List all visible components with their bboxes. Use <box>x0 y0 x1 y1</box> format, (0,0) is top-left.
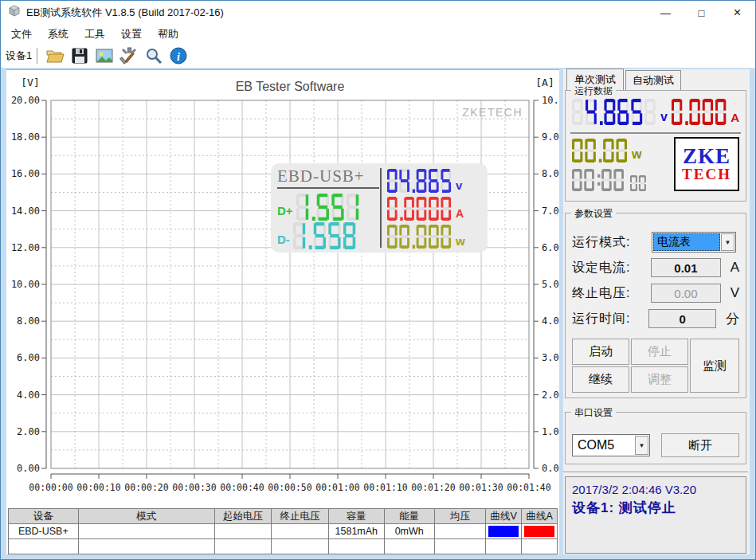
svg-text:8.00: 8.00 <box>17 315 40 327</box>
svg-text:10.00: 10.00 <box>11 279 40 290</box>
cutoff-voltage-unit: V <box>731 285 739 301</box>
svg-text:[V]: [V] <box>21 76 39 88</box>
open-file-icon[interactable] <box>44 45 65 66</box>
svg-text:00:00:00: 00:00:00 <box>29 482 72 493</box>
chart-area: 20.0018.0016.0014.0012.0010.008.006.004.… <box>6 70 559 497</box>
run-data-group-label: 运行数据 <box>571 84 616 98</box>
title-bar: EB测试系统软件 V1.8.5 (Build 2017-02-16) — □ × <box>1 1 755 25</box>
image-export-icon[interactable] <box>93 45 115 66</box>
svg-text:ZKETECH: ZKETECH <box>462 106 523 119</box>
svg-text:10.00: 10.00 <box>542 95 559 106</box>
run-voltage-lcd <box>586 99 644 125</box>
zoom-icon[interactable] <box>143 45 164 66</box>
tab-auto-test[interactable]: 自动测试 <box>625 70 681 91</box>
serial-group: 串口设置 COM5 ▼ 断开 <box>565 412 746 464</box>
params-group: 参数设置 运行模式: 电流表 ▼ 设定电流: 0.01 A 终止电压: 0.00 <box>565 213 746 398</box>
table-row: EBD-USB+ 1581mAh 0mWh <box>9 524 558 539</box>
menu-file[interactable]: 文件 <box>3 25 40 43</box>
svg-text:4.00: 4.00 <box>17 390 40 401</box>
overlay-current-unit: A <box>456 207 464 220</box>
menu-system[interactable]: 系统 <box>40 25 76 43</box>
run-time-label: 运行时间: <box>572 311 648 327</box>
dminus-value-lcd <box>293 222 358 249</box>
run-power-lcd <box>572 139 629 163</box>
cell-curve-a-color[interactable] <box>522 524 558 539</box>
disconnect-button[interactable]: 断开 <box>661 433 739 457</box>
com-port-select[interactable]: COM5 ▼ <box>572 434 650 456</box>
status-message: 设备1: 测试停止 <box>572 499 739 518</box>
overlay-voltage-lcd <box>387 169 453 193</box>
menu-help[interactable]: 帮助 <box>150 25 186 43</box>
svg-text:16.00: 16.00 <box>11 168 40 179</box>
svg-text:12.00: 12.00 <box>11 242 40 253</box>
app-icon <box>8 5 21 21</box>
info-icon[interactable]: i <box>167 45 189 66</box>
run-mode-select[interactable]: 电流表 ▼ <box>652 232 736 253</box>
menu-tools[interactable]: 工具 <box>76 25 113 43</box>
continue-button[interactable]: 继续 <box>572 366 629 393</box>
cutoff-voltage-input[interactable]: 0.00 <box>651 284 720 303</box>
run-time-unit: 分 <box>726 310 739 328</box>
col-end-voltage: 终止电压 <box>272 509 329 524</box>
svg-text:6.00: 6.00 <box>17 352 40 363</box>
chevron-down-icon[interactable]: ▼ <box>635 436 648 455</box>
run-voltage-unit: v <box>660 110 668 124</box>
svg-text:9.00: 9.00 <box>542 131 559 143</box>
set-current-unit: A <box>731 260 739 276</box>
start-button[interactable]: 启动 <box>572 339 629 365</box>
maximize-button[interactable]: □ <box>684 1 719 25</box>
serial-group-label: 串口设置 <box>571 406 616 420</box>
run-time-seconds-lcd <box>630 175 648 191</box>
stop-button[interactable]: 停止 <box>631 339 688 365</box>
action-buttons: 启动 停止 监测 继续 调整 <box>572 339 739 393</box>
run-current-unit: A <box>731 111 739 124</box>
chevron-down-icon[interactable]: ▼ <box>721 233 734 251</box>
svg-text:00:01:40: 00:01:40 <box>507 482 550 493</box>
svg-text:14.00: 14.00 <box>11 206 40 217</box>
svg-text:00:00:50: 00:00:50 <box>268 482 311 493</box>
svg-text:00:00:10: 00:00:10 <box>76 482 120 493</box>
device-tab-label[interactable]: 设备1 <box>6 49 32 63</box>
adjust-button[interactable]: 调整 <box>631 366 688 393</box>
col-capacity: 容量 <box>328 509 384 524</box>
col-curve-v: 曲线V <box>486 509 522 524</box>
cell-curve-v-color[interactable] <box>486 524 522 539</box>
toolbar: 设备1 i <box>1 43 755 68</box>
overlay-current-lcd <box>387 197 453 221</box>
cell-mode <box>78 524 214 539</box>
run-time-lcd <box>572 169 626 191</box>
overlay-device-name: EBD-USB+ <box>277 166 379 189</box>
svg-text:6.00: 6.00 <box>542 242 559 253</box>
save-icon[interactable] <box>69 45 90 66</box>
cutoff-voltage-label: 终止电压: <box>572 285 651 302</box>
run-data-divider <box>570 132 741 134</box>
svg-text:0.00: 0.00 <box>17 463 40 474</box>
menu-bar: 文件 系统 工具 设置 帮助 <box>1 25 755 43</box>
cell-start-voltage <box>214 524 272 539</box>
tools-icon[interactable] <box>118 45 139 66</box>
svg-text:8.00: 8.00 <box>542 168 559 179</box>
run-time-input[interactable]: 0 <box>648 309 716 328</box>
control-panel: 单次测试 自动测试 运行数据 v A w <box>563 69 750 554</box>
svg-text:3.00: 3.00 <box>542 352 559 363</box>
svg-text:[A]: [A] <box>535 76 554 88</box>
set-current-input[interactable]: 0.01 <box>651 258 720 277</box>
col-mode: 模式 <box>78 509 214 524</box>
window-title: EB测试系统软件 V1.8.5 (Build 2017-02-16) <box>26 6 224 20</box>
client-area: 20.0018.0016.0014.0012.0010.008.006.004.… <box>1 68 755 560</box>
minimize-button[interactable]: — <box>648 1 684 25</box>
col-start-voltage: 起始电压 <box>214 509 272 524</box>
close-button[interactable]: × <box>719 1 755 25</box>
col-device: 设备 <box>9 509 79 524</box>
cell-capacity: 1581mAh <box>328 524 384 539</box>
set-current-label: 设定电流: <box>572 260 651 276</box>
monitor-button[interactable]: 监测 <box>690 339 739 393</box>
lcd-overlay: EBD-USB+ D+ D- v <box>271 163 488 253</box>
col-avg-voltage: 均压 <box>434 509 486 524</box>
menu-settings[interactable]: 设置 <box>113 25 150 43</box>
dplus-label: D+ <box>277 204 293 217</box>
params-group-label: 参数设置 <box>571 207 616 221</box>
app-window: EB测试系统软件 V1.8.5 (Build 2017-02-16) — □ ×… <box>0 0 756 560</box>
svg-text:2.00: 2.00 <box>542 390 559 401</box>
run-mode-label: 运行模式: <box>572 234 652 251</box>
